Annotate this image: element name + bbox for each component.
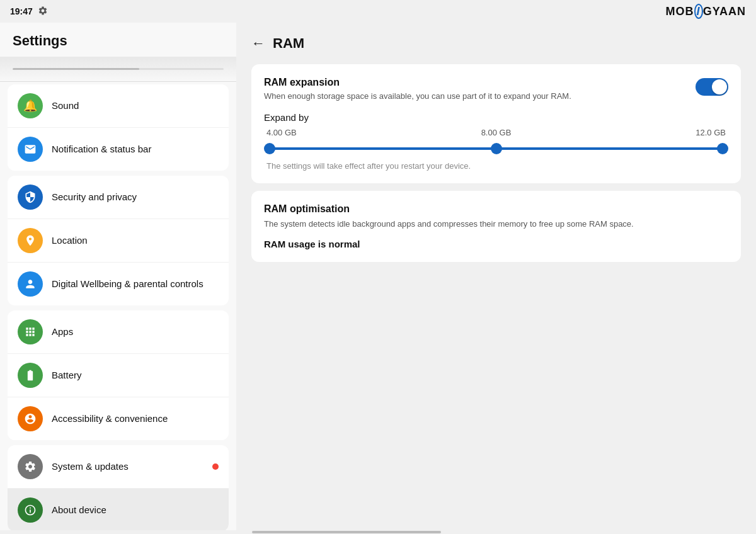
back-button[interactable]: ← (251, 35, 265, 52)
gear-icon[interactable] (38, 6, 48, 18)
sidebar-item-sound-label: Sound (52, 99, 79, 112)
ram-status-label: RAM usage is normal (264, 239, 728, 249)
slider-label-8gb: 8.00 GB (481, 128, 512, 137)
sidebar-item-apps-label: Apps (52, 326, 73, 338)
system-badge (212, 463, 219, 470)
ram-expansion-row: RAM expansion When enough storage space … (264, 77, 728, 102)
expand-by-label: Expand by (264, 112, 728, 123)
sidebar-item-about-label: About device (52, 504, 106, 516)
ram-opt-desc: The system detects idle background apps … (264, 219, 728, 230)
sidebar-item-accessibility[interactable]: Accessibility & convenience (8, 397, 229, 440)
accessibility-icon (18, 406, 43, 431)
status-left: 19:47 (10, 6, 48, 18)
slider-labels: 4.00 GB 8.00 GB 12.0 GB (264, 128, 728, 137)
wellbeing-icon (18, 271, 43, 297)
sidebar-item-sound[interactable]: 🔔 Sound (8, 84, 229, 128)
ram-expansion-toggle[interactable] (696, 78, 728, 96)
sidebar-group-2: Security and privacy Location Digital We… (8, 176, 229, 305)
logo: MOBIGYAAN (666, 5, 746, 18)
sidebar: Settings 🔔 Sound Notification & status b… (0, 23, 236, 530)
sidebar-item-location[interactable]: Location (8, 219, 229, 263)
slider-dot-left[interactable] (264, 143, 275, 154)
ram-opt-title: RAM optimisation (264, 203, 728, 215)
main-layout: Settings 🔔 Sound Notification & status b… (0, 23, 756, 530)
slider-label-12gb: 12.0 GB (696, 128, 726, 137)
content-panel: ← RAM RAM expansion When enough storage … (236, 23, 756, 530)
page-title: RAM (273, 35, 304, 52)
time-display: 19:47 (10, 6, 33, 16)
sidebar-item-accessibility-label: Accessibility & convenience (52, 412, 168, 425)
bottom-scrollbar (0, 530, 756, 534)
sidebar-item-about[interactable]: About device (8, 489, 229, 530)
sidebar-item-battery-label: Battery (52, 369, 82, 382)
content-header: ← RAM (251, 35, 741, 52)
ram-expansion-desc: When enough storage space is available, … (264, 91, 685, 102)
status-bar: 19:47 MOBIGYAAN (0, 0, 756, 23)
sidebar-group-3: Apps Battery Accessibility & convenience (8, 310, 229, 440)
ram-optimisation-card: RAM optimisation The system detects idle… (251, 191, 741, 262)
sidebar-scroll-hint (0, 57, 236, 82)
scrollbar-thumb (252, 531, 441, 533)
battery-icon (18, 363, 43, 388)
ram-expansion-text: RAM expansion When enough storage space … (264, 77, 685, 102)
ram-expansion-card: RAM expansion When enough storage space … (251, 64, 741, 183)
system-icon (18, 454, 43, 479)
location-icon (18, 228, 43, 253)
slider-dot-mid[interactable] (491, 143, 502, 154)
sidebar-group-1: 🔔 Sound Notification & status bar (8, 84, 229, 171)
sidebar-item-wellbeing[interactable]: Digital Wellbeing & parental controls (8, 263, 229, 305)
sidebar-item-notification-label: Notification & status bar (52, 143, 151, 156)
slider-track (266, 147, 726, 150)
logo-text: MOBIGYAAN (666, 4, 746, 19)
notification-icon (18, 137, 43, 162)
sidebar-item-security-label: Security and privacy (52, 191, 137, 203)
sidebar-item-system-label: System & updates (52, 460, 129, 473)
sidebar-title: Settings (0, 23, 236, 57)
sidebar-item-battery[interactable]: Battery (8, 354, 229, 397)
apps-icon (18, 319, 43, 344)
sidebar-group-4: System & updates About device (8, 445, 229, 530)
security-icon (18, 185, 43, 210)
sound-icon: 🔔 (18, 93, 43, 118)
slider-dot-right[interactable] (717, 143, 728, 154)
sidebar-item-system[interactable]: System & updates (8, 445, 229, 489)
slider-container[interactable] (264, 142, 728, 155)
slider-label-4gb: 4.00 GB (266, 128, 297, 137)
sidebar-item-notification[interactable]: Notification & status bar (8, 128, 229, 171)
toggle-knob (712, 79, 727, 94)
sidebar-item-wellbeing-label: Digital Wellbeing & parental controls (52, 278, 203, 290)
sidebar-item-location-label: Location (52, 234, 88, 247)
ram-expansion-title: RAM expansion (264, 77, 685, 88)
sidebar-item-security[interactable]: Security and privacy (8, 176, 229, 219)
sidebar-item-apps[interactable]: Apps (8, 310, 229, 354)
about-icon (18, 497, 43, 523)
restart-note: The settings will take effect after you … (264, 161, 728, 171)
